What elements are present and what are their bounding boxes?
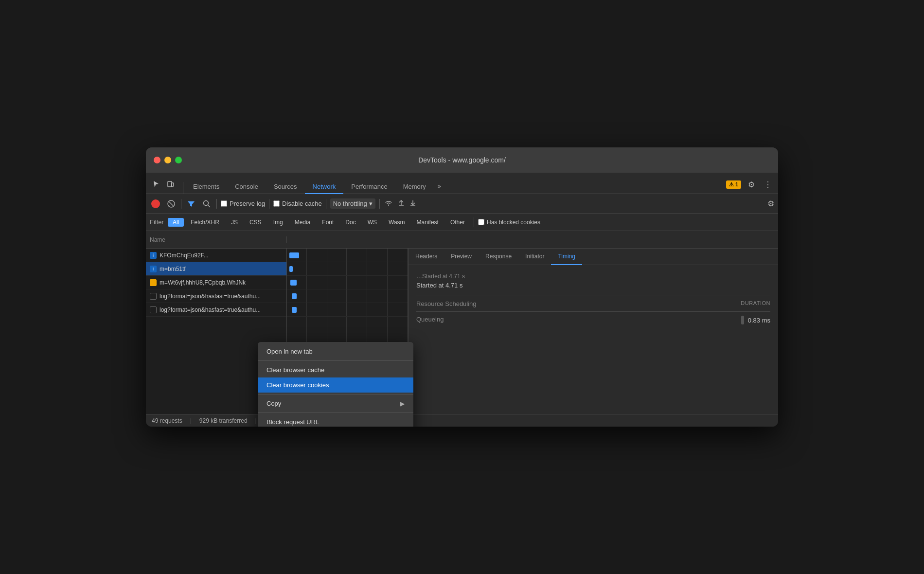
has-blocked-cookies[interactable]: Has blocked cookies [478,219,540,226]
main-split: i KFOmChqEu92F... i m=bm51tf m=Wt6vjf,hh… [146,249,778,414]
timeline-bar-4 [292,293,297,299]
tab-memory[interactable]: Memory [395,180,434,194]
timeline-bar-2 [289,266,293,272]
timeline-row-4 [287,289,408,303]
ctx-clear-cache[interactable]: Clear browser cache [258,362,413,377]
filter-chip-other[interactable]: Other [445,218,470,227]
tab-network[interactable]: Network [305,180,344,194]
filter-chip-css[interactable]: CSS [245,218,267,227]
svg-rect-1 [172,183,174,186]
svg-point-4 [204,200,209,205]
request-item-1[interactable]: i KFOmChqEu92F... [146,249,286,262]
resource-scheduling-row: Resource Scheduling DURATION [416,300,770,307]
timeline-row-2 [287,262,408,276]
network-settings-button[interactable]: ⚙ [767,199,774,208]
ctx-clear-cookies[interactable]: Clear browser cookies [258,377,413,393]
filter-chip-img[interactable]: Img [268,218,288,227]
filter-chip-all[interactable]: All [168,218,184,227]
detail-tab-preview[interactable]: Preview [444,249,479,265]
tab-more-button[interactable]: » [434,179,445,194]
preserve-log-checkbox[interactable]: Preserve log [221,200,265,207]
stop-button[interactable] [165,198,177,210]
filter-chip-manifest[interactable]: Manifest [412,218,444,227]
req-name-2: m=bm51tf [160,266,283,272]
timeline-bar-1 [289,252,299,258]
search-button[interactable] [201,198,213,210]
filter-chip-media[interactable]: Media [290,218,316,227]
upload-icon[interactable] [397,199,405,208]
ctx-block-url[interactable]: Block request URL [258,414,413,427]
has-blocked-checkbox[interactable] [478,219,484,225]
req-name-3: m=Wt6vjf,hhhU8,FCpbqb,WhJNk [160,279,283,286]
toolbar-sep-4 [326,199,326,209]
toolbar-sep-1 [181,199,181,209]
detail-tab-timing[interactable]: Timing [551,249,582,265]
filter-chip-wasm[interactable]: Wasm [384,218,410,227]
ctx-copy[interactable]: Copy ▶ [258,396,413,411]
disable-cache-input[interactable] [273,200,280,207]
request-item-3[interactable]: m=Wt6vjf,hhhU8,FCpbqb,WhJNk [146,276,286,289]
context-menu: Open in new tab Clear browser cache Clea… [258,342,413,427]
device-icon[interactable] [164,178,177,191]
network-toolbar: Preserve log Disable cache No throttling… [146,194,778,214]
close-button[interactable] [154,157,160,163]
record-button[interactable] [150,198,161,210]
filter-bar: Filter All Fetch/XHR JS CSS Img Media Fo… [146,214,778,231]
traffic-lights [154,157,182,163]
copy-arrow-icon: ▶ [400,400,405,407]
req-icon-4 [150,293,157,300]
tab-elements[interactable]: Elements [185,180,227,194]
toolbar-sep-3 [269,199,269,209]
notification-badge[interactable]: ⚠ 1 [726,180,741,189]
duration-label: DURATION [741,300,770,307]
timeline-row-5 [287,303,408,317]
download-icon[interactable] [409,199,417,208]
detail-tab-initiator[interactable]: Initiator [518,249,551,265]
requests-count: 49 requests [152,417,182,424]
window-title: DevTools - www.google.com/ [418,156,506,164]
toolbar-sep-2 [216,199,217,209]
maximize-button[interactable] [175,157,182,163]
filter-label: Filter [150,218,164,226]
throttle-selector[interactable]: No throttling ▾ [330,198,375,209]
minimize-button[interactable] [164,157,171,163]
request-item-5[interactable]: log?format=json&hasfast=true&authu... [146,303,286,317]
filter-chip-doc[interactable]: Doc [340,218,360,227]
filter-button[interactable] [185,198,197,210]
filter-chip-font[interactable]: Font [317,218,338,227]
timeline-bar-3 [290,280,296,286]
ctx-divider-2 [258,394,413,395]
tab-console[interactable]: Console [227,180,266,194]
disable-cache-checkbox[interactable]: Disable cache [273,200,322,207]
toolbar-sep-5 [379,199,380,209]
req-icon-5 [150,306,157,313]
svg-line-5 [208,205,211,207]
devtools-window: DevTools - www.google.com/ Elements Cons… [146,147,778,427]
detail-tab-headers[interactable]: Headers [409,249,444,265]
started-at-label: …Started at 4.71 s [416,273,770,280]
settings-button[interactable]: ⚙ [745,178,758,191]
detail-content: …Started at 4.71 s Started at 4.71 s Res… [409,265,778,414]
svg-point-6 [388,205,389,206]
tab-sources[interactable]: Sources [266,180,305,194]
filter-chip-fetch[interactable]: Fetch/XHR [186,218,224,227]
ctx-open-new-tab[interactable]: Open in new tab [258,344,413,359]
req-icon-2: i [150,266,157,272]
detail-tab-response[interactable]: Response [479,249,518,265]
wifi-icon [384,199,393,209]
record-indicator [151,199,160,208]
cursor-icon[interactable] [150,178,162,191]
queueing-label: Queueing [416,316,444,324]
started-at-label-2: Started at 4.71 s [416,282,770,289]
more-options-button[interactable]: ⋮ [762,178,774,191]
tab-performance[interactable]: Performance [343,180,395,194]
timeline-row-1 [287,249,408,262]
filter-chip-ws[interactable]: WS [363,218,382,227]
preserve-log-input[interactable] [221,200,227,207]
request-item-2[interactable]: i m=bm51tf [146,262,286,276]
filter-chip-js[interactable]: JS [226,218,243,227]
request-item-4[interactable]: log?format=json&hasfast=true&authu... [146,289,286,303]
ctx-divider-1 [258,360,413,361]
req-icon-1: i [150,252,157,259]
queueing-value: 0.83 ms [748,317,770,324]
